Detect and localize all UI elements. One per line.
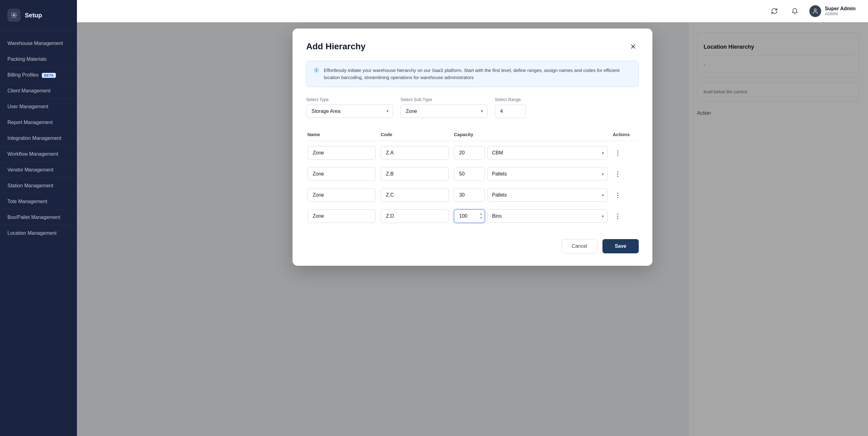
row4-code-input[interactable] xyxy=(381,209,449,223)
row4-decrement-button[interactable]: ▼ xyxy=(479,216,484,220)
row2-unit-wrapper: CBM Pallets Bins KG Units ▾ xyxy=(487,167,608,181)
row3-unit-wrapper: CBM Pallets Bins KG Units ▾ xyxy=(487,188,608,201)
select-range-group: Select Range xyxy=(495,97,526,118)
select-type-wrapper: Storage Area Zone Aisle Bay Level Bin ▾ xyxy=(306,104,393,118)
sidebar-logo xyxy=(7,9,21,22)
row3-capacity-cell: CBM Pallets Bins KG Units ▾ xyxy=(454,188,608,202)
row2-code-input[interactable] xyxy=(381,167,449,181)
row3-capacity-input[interactable] xyxy=(454,188,485,202)
row2-more-button[interactable]: ⋮ xyxy=(613,169,623,179)
col-name: Name xyxy=(307,132,376,137)
sidebar-item-station-management[interactable]: Station Management xyxy=(0,178,77,194)
row2-capacity-input[interactable] xyxy=(454,167,485,181)
sidebar-item-client-management[interactable]: Client Management xyxy=(0,83,77,99)
row4-stepper-buttons: ▲ ▼ xyxy=(479,212,484,220)
row4-name-input[interactable] xyxy=(307,209,376,223)
row1-capacity-cell: CBM Pallets Bins KG Units ▾ xyxy=(454,146,608,160)
row4-more-button[interactable]: ⋮ xyxy=(613,211,623,221)
info-text: Effortlessly initiate your warehouse hie… xyxy=(324,67,631,81)
form-row: Select Type Storage Area Zone Aisle Bay … xyxy=(306,97,639,118)
svg-point-4 xyxy=(316,69,317,69)
info-icon xyxy=(313,67,319,75)
select-range-input[interactable] xyxy=(495,104,526,118)
sidebar-header: Setup xyxy=(0,0,77,31)
row1-unit-select[interactable]: CBM Pallets Bins KG Units xyxy=(487,146,608,159)
col-code: Code xyxy=(381,132,449,137)
select-type-dropdown[interactable]: Storage Area Zone Aisle Bay Level Bin xyxy=(306,104,393,118)
row1-unit-wrapper: CBM Pallets Bins KG Units ▾ xyxy=(487,146,608,159)
main-content: Super Admin ADMIN Location Hierarchy - l… xyxy=(77,0,868,436)
row3-unit-select[interactable]: CBM Pallets Bins KG Units xyxy=(487,188,608,201)
sidebar-title: Setup xyxy=(25,12,42,19)
row2-unit-select[interactable]: CBM Pallets Bins KG Units xyxy=(487,167,608,181)
row4-unit-wrapper: CBM Pallets Bins KG Units ▾ xyxy=(487,209,608,223)
topbar: Super Admin ADMIN xyxy=(77,0,868,22)
sidebar-item-vendor-management[interactable]: Vendor Management xyxy=(0,162,77,178)
row1-name-input[interactable] xyxy=(307,146,376,160)
row4-increment-button[interactable]: ▲ xyxy=(479,212,484,216)
svg-rect-5 xyxy=(316,70,317,72)
modal-overlay: Add Hierarchy xyxy=(77,22,868,436)
col-actions: Actions xyxy=(613,132,638,137)
row4-stepper-wrapper: ▲ ▼ xyxy=(454,209,485,223)
sidebar-item-packing-materials[interactable]: Packing Materials xyxy=(0,52,77,67)
sidebar-item-warehouse-management[interactable]: Warehouse Management xyxy=(0,36,77,52)
close-button[interactable] xyxy=(627,41,639,52)
add-hierarchy-modal: Add Hierarchy xyxy=(292,29,652,266)
select-sub-type-group: Select Sub Type Zone Aisle Bay Level Bin… xyxy=(401,97,487,118)
hierarchy-table: Name Code Capacity Actions xyxy=(306,128,639,227)
select-type-group: Select Type Storage Area Zone Aisle Bay … xyxy=(306,97,393,118)
svg-point-0 xyxy=(13,14,15,16)
sidebar-item-user-management[interactable]: User Management xyxy=(0,99,77,115)
avatar xyxy=(809,5,821,17)
topbar-user-menu[interactable]: Super Admin ADMIN xyxy=(809,5,856,17)
sidebar-item-billing-profiles[interactable]: Billing Profiles BETA xyxy=(0,67,77,83)
row4-unit-select[interactable]: CBM Pallets Bins KG Units xyxy=(487,209,608,223)
row3-code-input[interactable] xyxy=(381,188,449,202)
row1-code-input[interactable] xyxy=(381,146,449,160)
table-row: ▲ ▼ CBM Pallets Bins KG Unit xyxy=(306,206,639,227)
table-row: CBM Pallets Bins KG Units ▾ ⋮ xyxy=(306,142,639,163)
role-label: ADMIN xyxy=(825,11,856,16)
select-range-label: Select Range xyxy=(495,97,526,102)
info-box: Effortlessly initiate your warehouse hie… xyxy=(306,61,639,87)
row2-name-input[interactable] xyxy=(307,167,376,181)
table-row: CBM Pallets Bins KG Units ▾ ⋮ xyxy=(306,185,639,206)
select-sub-type-dropdown[interactable]: Zone Aisle Bay Level Bin xyxy=(401,104,487,118)
billing-profiles-beta-badge: BETA xyxy=(42,73,56,78)
sidebar-item-tote-management[interactable]: Tote Management xyxy=(0,194,77,210)
row2-capacity-cell: CBM Pallets Bins KG Units ▾ xyxy=(454,167,608,181)
select-sub-type-label: Select Sub Type xyxy=(401,97,487,102)
select-sub-type-wrapper: Zone Aisle Bay Level Bin ▾ xyxy=(401,104,487,118)
sidebar-item-box-pallet-management[interactable]: Box/Pallet Management xyxy=(0,210,77,225)
cancel-button[interactable]: Cancel xyxy=(561,239,597,253)
sidebar-nav: Warehouse Management Packing Materials B… xyxy=(0,31,77,436)
row1-capacity-input[interactable] xyxy=(454,146,485,160)
sidebar-item-integration-management[interactable]: Integration Management xyxy=(0,130,77,146)
table-row: CBM Pallets Bins KG Units ▾ ⋮ xyxy=(306,163,639,185)
col-capacity: Capacity xyxy=(454,132,608,137)
content-area: Location Hierarchy - level below the cur… xyxy=(77,22,868,436)
username-label: Super Admin xyxy=(825,6,856,11)
row3-more-button[interactable]: ⋮ xyxy=(613,190,623,200)
select-type-label: Select Type xyxy=(306,97,393,102)
modal-title: Add Hierarchy xyxy=(306,41,366,52)
row1-more-button[interactable]: ⋮ xyxy=(613,148,623,158)
modal-footer: Cancel Save xyxy=(306,237,639,253)
sidebar-item-billing-profiles-label: Billing Profiles xyxy=(7,72,38,77)
row4-capacity-cell: ▲ ▼ CBM Pallets Bins KG Unit xyxy=(454,209,608,223)
save-button[interactable]: Save xyxy=(602,239,639,253)
table-header: Name Code Capacity Actions xyxy=(306,128,639,141)
sidebar-item-location-management[interactable]: Location Management xyxy=(0,225,77,241)
sidebar-item-report-management[interactable]: Report Management xyxy=(0,115,77,130)
sidebar: Setup Warehouse Management Packing Mater… xyxy=(0,0,77,436)
sidebar-item-workflow-management[interactable]: Workflow Management xyxy=(0,146,77,162)
row3-name-input[interactable] xyxy=(307,188,376,202)
modal-header: Add Hierarchy xyxy=(306,41,639,52)
notification-button[interactable] xyxy=(789,5,801,17)
refresh-button[interactable] xyxy=(768,5,780,17)
user-info: Super Admin ADMIN xyxy=(825,6,856,16)
